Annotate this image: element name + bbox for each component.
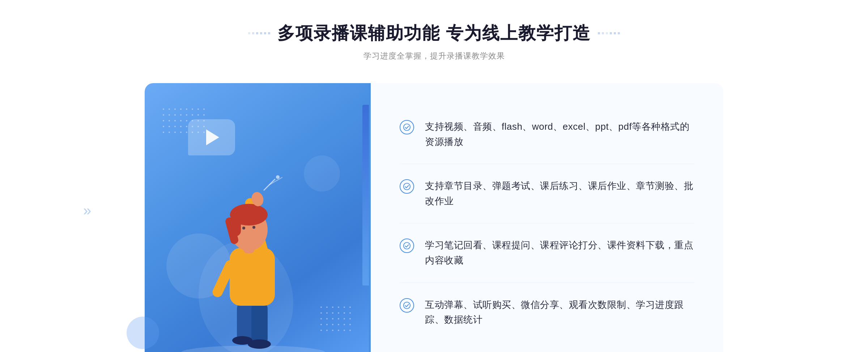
vertical-accent-bar: [362, 105, 369, 286]
left-chevron-decoration: »: [83, 202, 91, 219]
feature-text-1: 支持视频、音频、flash、word、excel、ppt、pdf等各种格式的资源…: [425, 119, 694, 149]
title-row: 多项录播课辅助功能 专为线上教学打造: [0, 22, 868, 45]
features-panel: 支持视频、音频、flash、word、excel、ppt、pdf等各种格式的资源…: [369, 83, 723, 352]
feature-item-1: 支持视频、音频、flash、word、excel、ppt、pdf等各种格式的资源…: [400, 105, 694, 164]
header-section: 多项录播课辅助功能 专为线上教学打造 学习进度全掌握，提升录播课教学效果: [0, 22, 868, 61]
illustration-panel: [145, 83, 369, 352]
svg-point-21: [404, 183, 410, 190]
svg-rect-3: [251, 302, 268, 345]
page-container: 多项录播课辅助功能 专为线上教学打造 学习进度全掌握，提升录播课教学效果 »: [0, 0, 868, 352]
svg-point-23: [404, 302, 410, 308]
svg-point-5: [248, 339, 271, 349]
check-icon-4: [400, 298, 414, 313]
feature-item-2: 支持章节目录、弹题考试、课后练习、课后作业、章节测验、批改作业: [400, 164, 694, 223]
blue-circle-decoration: [127, 317, 159, 349]
svg-rect-6: [230, 248, 275, 306]
check-icon-3: [400, 239, 414, 253]
svg-point-14: [242, 227, 245, 229]
play-icon: [206, 129, 219, 145]
title-decoration-left: [248, 32, 270, 34]
check-icon-1: [400, 120, 414, 134]
feature-item-4: 互动弹幕、试听购买、微信分享、观看次数限制、学习进度跟踪、数据统计: [400, 283, 694, 342]
play-bubble: [188, 119, 235, 155]
svg-rect-2: [237, 302, 253, 342]
feature-item-3: 学习笔记回看、课程提问、课程评论打分、课件资料下载，重点内容收藏: [400, 223, 694, 283]
main-title: 多项录播课辅助功能 专为线上教学打造: [277, 22, 590, 45]
feature-text-2: 支持章节目录、弹题考试、课后练习、课后作业、章节测验、批改作业: [425, 179, 694, 209]
feature-text-4: 互动弹幕、试听购买、微信分享、观看次数限制、学习进度跟踪、数据统计: [425, 297, 694, 327]
check-icon-2: [400, 179, 414, 194]
feature-text-3: 学习笔记回看、课程提问、课程评论打分、课件资料下载，重点内容收藏: [425, 238, 694, 268]
svg-point-22: [404, 242, 410, 249]
character-illustration: [166, 161, 340, 352]
svg-point-20: [404, 124, 410, 130]
svg-line-19: [269, 177, 282, 185]
sub-title: 学习进度全掌握，提升录播课教学效果: [0, 51, 868, 61]
svg-point-15: [252, 226, 255, 229]
content-area: 支持视频、音频、flash、word、excel、ppt、pdf等各种格式的资源…: [145, 83, 723, 352]
svg-point-18: [276, 175, 280, 179]
title-decoration-right: [598, 32, 620, 34]
